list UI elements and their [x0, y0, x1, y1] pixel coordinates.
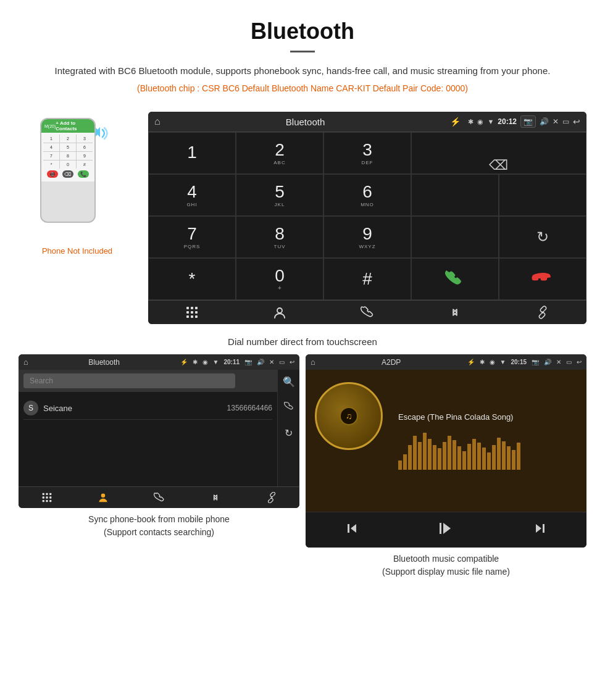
phone-key: 5: [60, 143, 76, 151]
dial-call-button[interactable]: [411, 258, 499, 300]
red-phone-icon: [532, 268, 554, 290]
bluetooth-bottom-icon[interactable]: [411, 306, 499, 319]
page-specs: (Bluetooth chip : CSR BC6 Default Blueto…: [37, 83, 568, 93]
dial-topbar-title: Bluetooth: [168, 117, 443, 127]
svg-rect-18: [46, 500, 48, 502]
pb-search-bar: Search: [19, 370, 277, 392]
dial-refresh-cell[interactable]: ↻: [499, 216, 586, 258]
pb-back-icon: ↩: [290, 359, 294, 365]
music-body: ♫ Escape (The Pina Colada Song): [306, 370, 586, 512]
dial-screen: ⌂ Bluetooth ⚡ ✱ ◉ ▼ 20:12 📷 🔊 ✕ ▭ ↩ 1: [148, 112, 586, 324]
refresh-icon[interactable]: ↻: [536, 228, 549, 246]
pb-link-icon[interactable]: [266, 492, 277, 503]
time-display: 20:12: [498, 117, 517, 126]
pb-contact-number: 13566664466: [227, 404, 272, 412]
usb-icon: ⚡: [450, 117, 461, 127]
svg-rect-8: [195, 315, 198, 318]
svg-marker-24: [443, 523, 451, 534]
music-home-icon[interactable]: ⌂: [311, 357, 315, 367]
pb-grid-icon[interactable]: [41, 492, 52, 503]
pb-call-icon[interactable]: [154, 492, 165, 503]
keypad-icon[interactable]: [148, 306, 236, 319]
pb-phone-side-icon[interactable]: [284, 401, 294, 414]
phone-key: 7: [43, 152, 59, 160]
close-icon[interactable]: ✕: [553, 117, 559, 126]
music-prev-icon[interactable]: [344, 521, 359, 539]
dial-key-3[interactable]: 3 DEF: [323, 132, 411, 174]
pb-vol-icon: 🔊: [257, 359, 264, 365]
page-header: Bluetooth Integrated with BC6 Bluetooth …: [0, 0, 605, 112]
pb-search-side-icon[interactable]: 🔍: [283, 376, 295, 388]
dial-key-0[interactable]: 0 +: [236, 258, 323, 300]
backspace-icon[interactable]: ⌫: [489, 157, 508, 173]
fullscreen-icon[interactable]: ▭: [562, 117, 569, 126]
svg-rect-15: [46, 496, 48, 498]
svg-rect-3: [186, 311, 189, 314]
main-section: M(20) + Add to Contacts 1 2 3 4 5 6 7 8 …: [0, 112, 605, 324]
phonebook-block: ⌂ Bluetooth ⚡ ✱ ◉ ▼ 20:11 📷 🔊 ✕ ▭ ↩: [19, 354, 299, 581]
eq-bar: [517, 443, 520, 470]
eq-bar: [482, 448, 486, 470]
phone-key: 8: [60, 152, 76, 160]
dial-display[interactable]: ⌫: [411, 132, 586, 174]
svg-rect-23: [348, 524, 349, 533]
dial-empty-1: [411, 174, 499, 216]
dial-input[interactable]: [412, 141, 580, 157]
music-next-icon[interactable]: [533, 521, 548, 539]
pb-contact-row[interactable]: S Seicane 13566664466: [23, 397, 272, 420]
home-icon[interactable]: ⌂: [154, 116, 161, 127]
svg-rect-7: [191, 315, 193, 318]
status-icons: ✱ ◉ ▼ 20:12 📷 🔊 ✕ ▭ ↩: [468, 115, 580, 128]
pb-empty-space: [19, 425, 277, 486]
phone-icon[interactable]: [323, 306, 411, 319]
pb-home-icon[interactable]: ⌂: [23, 357, 28, 367]
music-play-pause-icon[interactable]: [437, 520, 454, 540]
dial-key-hash[interactable]: #: [323, 258, 411, 300]
dial-key-2[interactable]: 2 ABC: [236, 132, 323, 174]
dial-key-4[interactable]: 4 GHI: [148, 174, 236, 216]
pb-usb-icon: ⚡: [180, 359, 188, 365]
dial-key-1[interactable]: 1: [148, 132, 236, 174]
phone-call-btn: 📞: [78, 170, 89, 178]
dial-key-9[interactable]: 9 WXYZ: [323, 216, 411, 258]
dial-key-5[interactable]: 5 JKL: [236, 174, 323, 216]
dial-key-6[interactable]: 6 MNO: [323, 174, 411, 216]
pb-topbar: ⌂ Bluetooth ⚡ ✱ ◉ ▼ 20:11 📷 🔊 ✕ ▭ ↩: [19, 354, 299, 370]
eq-bar: [423, 433, 427, 470]
eq-bar: [443, 442, 446, 470]
dial-key-8[interactable]: 8 TUV: [236, 216, 323, 258]
pb-contact-name: Seicane: [43, 404, 222, 413]
back-icon[interactable]: ↩: [573, 117, 580, 127]
pb-bt-bottom-icon[interactable]: [210, 492, 221, 503]
eq-bar: [457, 446, 461, 470]
music-caption-line2: (Support display music file name): [382, 567, 510, 577]
pb-contact-avatar: S: [23, 401, 38, 415]
pb-person-active-icon[interactable]: [98, 492, 109, 503]
music-album-inner: ♫: [340, 407, 358, 425]
phonebook-caption-line1: Sync phone-book from mobile phone: [88, 514, 230, 524]
svg-rect-13: [49, 493, 51, 495]
bluetooth-icon: ✱: [468, 118, 474, 126]
dial-key-star[interactable]: *: [148, 258, 236, 300]
contacts-icon[interactable]: [236, 306, 323, 319]
pb-refresh-side-icon[interactable]: ↻: [285, 427, 293, 439]
dial-key-7[interactable]: 7 PQRS: [148, 216, 236, 258]
music-full-icon: ▭: [566, 359, 572, 365]
dial-topbar: ⌂ Bluetooth ⚡ ✱ ◉ ▼ 20:12 📷 🔊 ✕ ▭ ↩: [148, 112, 586, 132]
pb-bottombar: [19, 486, 299, 508]
pb-loc-icon: ◉: [202, 359, 208, 365]
eq-bar: [453, 440, 456, 470]
music-block: ⌂ A2DP ⚡ ✱ ◉ ▼ 20:15 📷 🔊 ✕ ▭ ↩ ♫: [306, 354, 586, 581]
eq-bar: [418, 442, 422, 470]
pb-search-field[interactable]: Search: [23, 373, 235, 388]
dial-bottom-bar: [148, 300, 586, 324]
dial-caption: Dial number direct from touchscreen: [0, 330, 605, 354]
phone-aside: M(20) + Add to Contacts 1 2 3 4 5 6 7 8 …: [19, 112, 136, 256]
volume-icon[interactable]: 🔊: [540, 117, 549, 126]
music-close-icon: ✕: [556, 359, 561, 365]
chain-icon[interactable]: [499, 306, 586, 319]
pb-full-icon: ▭: [279, 359, 285, 365]
camera-icon[interactable]: 📷: [520, 115, 536, 128]
dial-end-button[interactable]: [499, 258, 586, 300]
phonebook-caption-line2: (Support contacts searching): [104, 527, 214, 537]
